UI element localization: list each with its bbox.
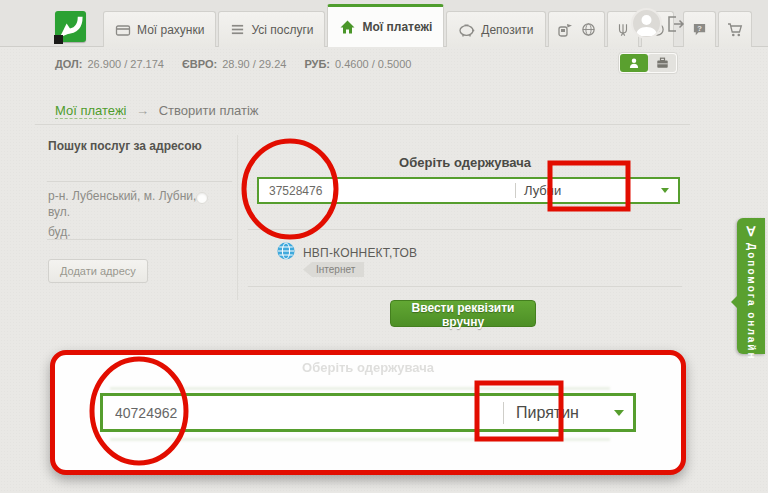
home-icon	[339, 19, 356, 35]
logo-black-square	[54, 35, 63, 44]
tab-my-accounts[interactable]: Мої рахунки	[103, 11, 216, 47]
recipient-search-input[interactable]	[259, 184, 515, 198]
recipient-heading: Оберіть одержувача	[248, 155, 682, 170]
svg-text:?: ?	[697, 24, 702, 33]
compression-artifact	[110, 387, 610, 390]
results-divider-top	[248, 229, 682, 230]
card-icon	[115, 22, 131, 38]
chevron-down-icon[interactable]	[661, 188, 669, 193]
breadcrumb: Мої платежі → Створити платіж	[55, 103, 259, 118]
recipient-search-input-overlay[interactable]	[103, 405, 503, 421]
tab-label: Мої рахунки	[137, 23, 204, 37]
address-entry[interactable]: р-н. Лубенський, м. Лубни, вул. буд.	[48, 188, 208, 240]
address-line-3: буд.	[48, 224, 208, 240]
tab-cart[interactable]	[718, 11, 752, 47]
result-category-tag: Інтернет	[303, 262, 364, 277]
person-silhouette-icon	[633, 10, 660, 37]
address-line-2: вул.	[48, 204, 208, 220]
travel-icon	[557, 22, 573, 38]
cart-icon	[727, 22, 743, 38]
compression-artifact	[110, 438, 610, 441]
city-select[interactable]: Лубни	[516, 183, 606, 198]
address-radio[interactable]	[196, 192, 208, 204]
rate-usd: ДОЛ:26.900 / 27.174	[55, 58, 164, 70]
briefcase-icon	[656, 57, 669, 69]
tab-my-payments[interactable]: Мої платежі	[327, 4, 444, 47]
result-company-name[interactable]: НВП-КОННЕКТ,ТОВ	[303, 246, 417, 260]
privatbank-logo[interactable]	[55, 11, 86, 42]
breadcrumb-current: Створити платіж	[159, 103, 259, 118]
tab-label: Мої платежі	[362, 20, 432, 34]
chevron-down-icon[interactable]	[614, 410, 624, 416]
user-avatar[interactable]	[631, 8, 662, 39]
list-icon	[230, 22, 245, 37]
breadcrumb-link-my-payments[interactable]: Мої платежі	[55, 103, 126, 119]
tab-label: Усі послуги	[251, 23, 313, 37]
manual-details-button[interactable]: Ввести реквізити вручну	[390, 300, 536, 327]
recipient-search-box: Лубни	[257, 177, 680, 204]
online-help-tab[interactable]: ∀ Допомога онлайн	[737, 218, 765, 354]
sidebar-title: Пошук послуг за адресою	[48, 139, 202, 153]
tab-travel[interactable]	[548, 11, 605, 47]
add-address-button[interactable]: Додати адресу	[48, 259, 148, 283]
logout-icon[interactable]	[667, 16, 685, 32]
breadcrumb-arrow: →	[136, 103, 149, 118]
help-icon: ?	[692, 22, 707, 37]
result-globe	[277, 242, 295, 264]
city-select-overlay[interactable]: Пирятин	[504, 404, 614, 422]
ghost-heading: Оберіть одержувача	[50, 360, 686, 375]
results-divider-bottom	[248, 286, 682, 287]
globe-icon	[581, 22, 596, 37]
tab-deposits[interactable]: Депозити	[446, 11, 545, 47]
currency-rates: ДОЛ:26.900 / 27.174 ЄВРО:28.90 / 29.24 Р…	[55, 54, 411, 74]
trident-icon	[616, 22, 630, 37]
internet-globe-icon	[277, 242, 295, 260]
address-line-1: р-н. Лубенський, м. Лубни,	[48, 188, 208, 204]
rate-eur: ЄВРО:28.90 / 29.24	[182, 58, 286, 70]
help-tab-notch	[731, 296, 737, 308]
privat24-page: Мої рахунки Усі послуги Мої платежі Депо…	[0, 0, 768, 493]
business-account-button[interactable]	[648, 54, 676, 72]
recipient-search-box-overlay: Пирятин	[100, 393, 636, 432]
account-type-toggle	[618, 52, 678, 74]
personal-account-button[interactable]	[620, 54, 648, 72]
breadcrumb-divider	[35, 124, 690, 125]
sidebar-divider-top	[47, 181, 232, 182]
person-icon	[628, 57, 640, 69]
rate-rub: РУБ:0.4600 / 0.5000	[304, 58, 411, 70]
tab-all-services[interactable]: Усі послуги	[218, 11, 325, 47]
piggy-bank-icon	[458, 22, 475, 37]
sidebar-main-divider	[237, 135, 238, 300]
help-tab-label: Допомога онлайн	[746, 243, 757, 361]
help-tab-glyph: ∀	[747, 224, 756, 239]
tab-help[interactable]: ?	[683, 11, 716, 47]
sidebar-divider-bottom	[47, 239, 232, 240]
tab-label: Депозити	[481, 23, 533, 37]
